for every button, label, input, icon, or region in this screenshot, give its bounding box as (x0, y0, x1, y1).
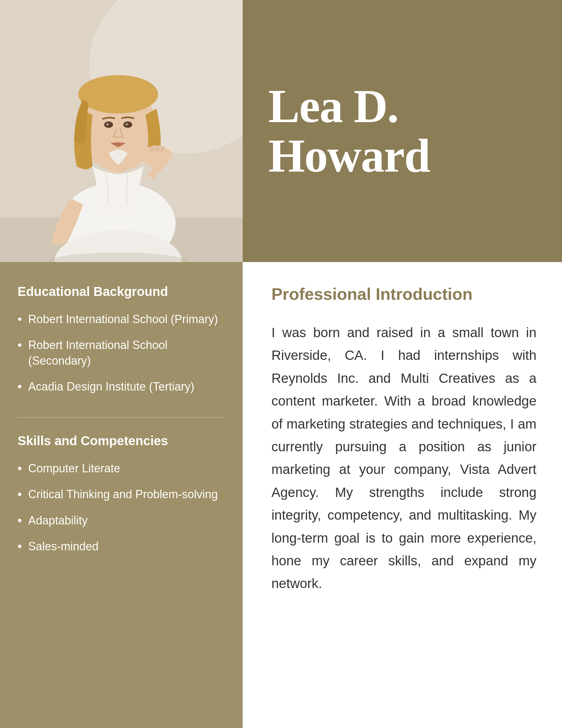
top-section: Lea D. Howard (0, 0, 562, 262)
list-item: Sales-minded (18, 539, 225, 554)
name-line2: Howard (268, 129, 430, 182)
skills-section: Skills and Competencies Computer Literat… (18, 434, 225, 555)
intro-heading: Professional Introduction (272, 284, 536, 304)
section-divider (18, 417, 225, 418)
svg-point-10 (106, 123, 109, 126)
list-item: Robert International School (Primary) (18, 312, 225, 327)
name-area: Lea D. Howard (243, 0, 562, 262)
sidebar: Educational Background Robert Internatio… (0, 262, 243, 728)
education-title: Educational Background (18, 284, 225, 299)
education-list: Robert International School (Primary) Ro… (18, 312, 225, 395)
person-name: Lea D. Howard (268, 81, 430, 181)
skills-title: Skills and Competencies (18, 434, 225, 448)
list-item: Acadia Design Institute (Tertiary) (18, 379, 225, 395)
svg-point-11 (125, 123, 128, 126)
list-item: Adaptability (18, 513, 225, 529)
name-line1: Lea D. (268, 80, 398, 132)
bottom-section: Educational Background Robert Internatio… (0, 262, 562, 728)
photo-area (0, 0, 243, 262)
main-content: Professional Introduction I was born and… (243, 262, 562, 728)
list-item: Critical Thinking and Problem-solving (18, 487, 225, 502)
list-item: Computer Literate (18, 461, 225, 476)
resume-page: Lea D. Howard Educational Background Rob… (0, 0, 562, 728)
intro-text: I was born and raised in a small town in… (272, 321, 536, 595)
skills-list: Computer Literate Critical Thinking and … (18, 461, 225, 555)
education-section: Educational Background Robert Internatio… (18, 284, 225, 395)
list-item: Robert International School (Secondary) (18, 337, 225, 368)
